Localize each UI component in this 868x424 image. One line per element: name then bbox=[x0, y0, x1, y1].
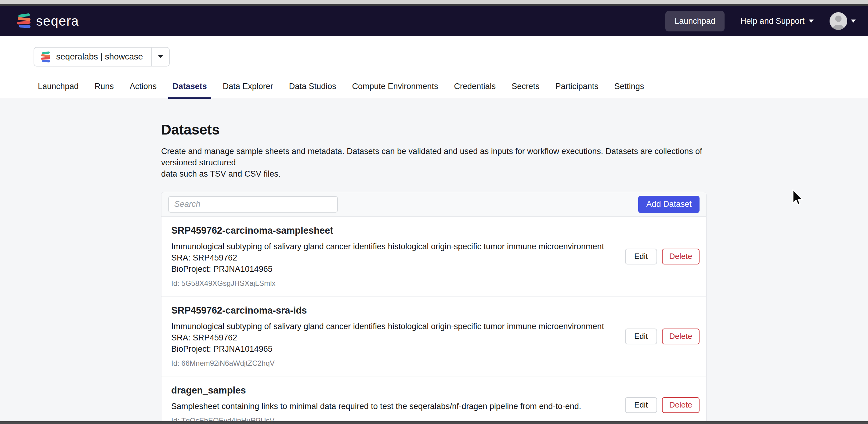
tab-settings[interactable]: Settings bbox=[610, 82, 649, 99]
dataset-description: Immunological subtyping of salivary glan… bbox=[171, 321, 616, 355]
page-description: Create and manage sample sheets and meta… bbox=[161, 146, 708, 180]
edit-button[interactable]: Edit bbox=[625, 249, 657, 264]
launchpad-button[interactable]: Launchpad bbox=[665, 11, 724, 31]
chevron-down-icon bbox=[809, 20, 814, 23]
tab-data-studios[interactable]: Data Studios bbox=[285, 82, 341, 99]
tab-data-explorer[interactable]: Data Explorer bbox=[219, 82, 277, 99]
browser-chrome-strip bbox=[0, 4, 868, 6]
brand-name: seqera bbox=[36, 13, 79, 29]
seqera-brand[interactable]: seqera bbox=[17, 13, 79, 29]
tab-participants[interactable]: Participants bbox=[551, 82, 603, 99]
tab-datasets[interactable]: Datasets bbox=[168, 82, 211, 99]
delete-button[interactable]: Delete bbox=[662, 397, 700, 413]
workspace-tabs: Launchpad Runs Actions Datasets Data Exp… bbox=[34, 82, 868, 99]
datasets-toolbar: Add Dataset bbox=[161, 192, 706, 217]
chevron-down-icon bbox=[851, 20, 856, 23]
dataset-actions: Edit Delete bbox=[625, 397, 700, 413]
dataset-actions: Edit Delete bbox=[625, 328, 700, 345]
avatar bbox=[830, 12, 847, 30]
tab-actions[interactable]: Actions bbox=[125, 82, 161, 99]
user-menu[interactable] bbox=[830, 12, 856, 30]
dataset-description: Immunological subtyping of salivary glan… bbox=[171, 241, 616, 275]
dataset-row: SRP459762-carcinoma-samplesheet Immunolo… bbox=[161, 217, 706, 296]
navbar-right: Launchpad Help and Support bbox=[665, 11, 856, 31]
dataset-description: Samplesheet containing links to minimal … bbox=[171, 401, 616, 412]
top-navbar: seqera Launchpad Help and Support bbox=[0, 6, 868, 36]
search-input[interactable] bbox=[168, 196, 338, 213]
workspace-logo-icon bbox=[41, 51, 51, 63]
dataset-name: SRP459762-carcinoma-samplesheet bbox=[171, 225, 616, 236]
dataset-actions: Edit Delete bbox=[625, 249, 700, 264]
delete-button[interactable]: Delete bbox=[662, 249, 700, 264]
tab-compute-environments[interactable]: Compute Environments bbox=[348, 82, 442, 99]
dataset-row: dragen_samples Samplesheet containing li… bbox=[161, 377, 706, 424]
workspace-label: seqeralabs | showcase bbox=[56, 52, 143, 62]
page-title: Datasets bbox=[161, 121, 868, 138]
seqera-logo-icon bbox=[17, 13, 31, 29]
edit-button[interactable]: Edit bbox=[625, 397, 657, 413]
tab-runs[interactable]: Runs bbox=[90, 82, 118, 99]
workspace-header-band: seqeralabs | showcase Launchpad Runs Act… bbox=[0, 36, 868, 99]
dataset-name: dragen_samples bbox=[171, 385, 616, 396]
workspace-selector-main: seqeralabs | showcase bbox=[34, 47, 151, 66]
tab-launchpad[interactable]: Launchpad bbox=[34, 82, 83, 99]
dataset-info: SRP459762-carcinoma-sra-ids Immunologica… bbox=[171, 305, 625, 367]
dataset-info: SRP459762-carcinoma-samplesheet Immunolo… bbox=[171, 225, 625, 288]
dataset-id: Id: 66Mnem92iN6aWdjtZC2hqV bbox=[171, 359, 616, 367]
datasets-card: Add Dataset SRP459762-carcinoma-samplesh… bbox=[161, 192, 707, 424]
workspace-selector[interactable]: seqeralabs | showcase bbox=[34, 47, 170, 66]
tab-credentials[interactable]: Credentials bbox=[450, 82, 500, 99]
dataset-name: SRP459762-carcinoma-sra-ids bbox=[171, 305, 616, 316]
tab-secrets[interactable]: Secrets bbox=[507, 82, 544, 99]
add-dataset-button[interactable]: Add Dataset bbox=[638, 196, 700, 213]
help-and-support-menu[interactable]: Help and Support bbox=[740, 17, 814, 26]
screen-edge-bottom bbox=[0, 421, 868, 424]
dataset-id: Id: 5G58X49XGsgJHSXajLSmlx bbox=[171, 279, 616, 288]
screen-edge-top bbox=[0, 0, 868, 4]
delete-button[interactable]: Delete bbox=[662, 328, 700, 345]
edit-button[interactable]: Edit bbox=[625, 328, 657, 345]
help-menu-label: Help and Support bbox=[740, 17, 805, 26]
dataset-row: SRP459762-carcinoma-sra-ids Immunologica… bbox=[161, 296, 706, 377]
chevron-down-icon bbox=[158, 55, 163, 58]
dataset-info: dragen_samples Samplesheet containing li… bbox=[171, 385, 625, 424]
main-content: Datasets Create and manage sample sheets… bbox=[0, 99, 868, 424]
workspace-dropdown-toggle[interactable] bbox=[152, 47, 169, 66]
